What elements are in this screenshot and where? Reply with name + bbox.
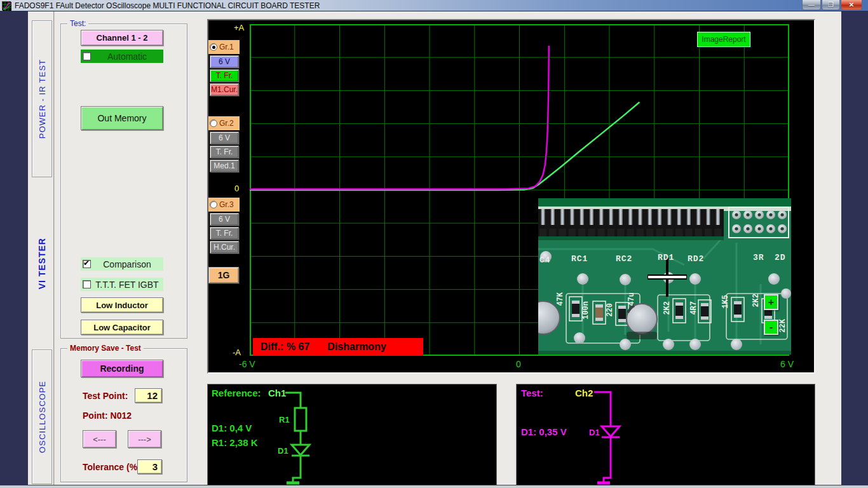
group3-frequency-button[interactable]: T. Fr. [210, 227, 239, 240]
pcb-label-rc2: RC2 [616, 254, 632, 264]
group1-voltage-button[interactable]: 6 V [210, 55, 239, 68]
pcb-comp-4r7: 4R7 [689, 301, 698, 315]
reference-channel: Ch1 [268, 388, 286, 398]
ttt-fet-igbt-label: T.T.T. FET IGBT [91, 280, 163, 290]
group3-voltage-button[interactable]: 6 V [210, 213, 239, 226]
pcb-label-rc1: RC1 [571, 254, 588, 264]
comparison-label: Comparison [91, 259, 163, 269]
app-window: FADOS9F1 FAult Detector OScilloscope MUL… [0, 0, 868, 488]
group1-frequency-button[interactable]: T. Fr. [210, 69, 239, 82]
group2-frequency-button[interactable]: T. Fr. [210, 146, 239, 158]
automatic-label: Automatic [91, 51, 163, 62]
reference-title: Reference: [212, 388, 261, 398]
pcb-comp-100n: 100n [581, 301, 590, 320]
ttt-fet-igbt-checkbox-row[interactable]: T.T.T. FET IGBT [81, 278, 163, 291]
window-bottom-border [0, 485, 868, 488]
automatic-checkbox[interactable] [83, 52, 91, 60]
point-name-label: Point: N012 [83, 410, 132, 421]
diff-status-text: Disharmony [327, 341, 386, 353]
test-point-value[interactable]: 12 [135, 388, 162, 403]
test-d1-value: D1: 0,35 V [521, 426, 567, 437]
pcb-label-2d: 2D [775, 253, 786, 262]
next-point-button[interactable]: ---> [128, 430, 161, 448]
group2-current-button[interactable]: Med.1 [210, 159, 239, 172]
test-d1-label: D1 [589, 428, 600, 437]
close-button[interactable]: ✕ [841, 0, 862, 10]
pcb-label-c4: C4 [539, 255, 551, 265]
ttt-fet-igbt-checkbox[interactable] [83, 280, 91, 288]
test-circuit-panel: D1 Test: Ch2 D1: 0,35 V [516, 384, 815, 485]
reference-circuit-diagram: R1 D1 [208, 384, 496, 485]
image-report-button[interactable]: ImageReport [697, 32, 750, 47]
group3-radio[interactable] [210, 201, 217, 208]
pcb-graphic [538, 198, 791, 355]
previous-point-button[interactable]: <--- [83, 430, 116, 448]
recording-button[interactable]: Recording [81, 360, 163, 377]
x-axis-right-label: 6 V [780, 359, 794, 369]
gain-1g-button[interactable]: 1G [208, 267, 239, 283]
sidebar-divider [53, 11, 55, 488]
group2-radio-row[interactable]: Gr.2 [208, 116, 240, 130]
group2-radio[interactable] [210, 119, 217, 127]
test-title: Test: [521, 388, 543, 398]
reference-d1-value: D1: 0,4 V [212, 423, 252, 433]
pcb-zoom-in-button[interactable]: + [764, 294, 778, 310]
reference-d1-label: D1 [278, 446, 288, 456]
tab-oscilloscope[interactable]: OSCILLOSCOPE [32, 349, 52, 484]
pcb-zoom-out-button[interactable]: - [764, 320, 778, 335]
x-axis-left-label: -6 V [239, 359, 255, 369]
app-icon [2, 1, 11, 10]
pcb-comp-47k: 47K [556, 292, 565, 306]
automatic-checkbox-row[interactable]: Automatic [81, 50, 163, 63]
memory-group-caption: Memory Save - Test [67, 344, 144, 353]
reference-circuit-panel: R1 D1 Reference: Ch1 D1: 0,4 V R1: 2,38 … [207, 384, 497, 485]
test-groupbox: Test: [60, 24, 187, 339]
minimize-button[interactable]: — [802, 0, 821, 10]
test-group-caption: Test: [67, 19, 88, 28]
pcb-label-rd1: RD1 [658, 253, 674, 262]
group1-radio[interactable] [210, 43, 217, 51]
y-axis-bottom-label: -A [233, 348, 241, 357]
pcb-label-rd2: RD2 [688, 254, 704, 264]
y-axis-zero-label: 0 [234, 184, 239, 193]
group3-radio-row[interactable]: Gr.3 [208, 198, 240, 212]
group2-voltage-button[interactable]: 6 V [210, 132, 239, 144]
comparison-checkbox[interactable] [83, 260, 91, 268]
test-channel: Ch2 [575, 388, 593, 398]
reference-r1-value: R1: 2,38 K [212, 437, 258, 448]
pcb-comp-2k2a: 2K2 [663, 301, 672, 315]
difference-banner: Diff.: % 67 Disharmony [253, 338, 423, 356]
window-title: FADOS9F1 FAult Detector OScilloscope MUL… [15, 0, 320, 11]
test-point-label: Test Point: [83, 391, 128, 401]
pcb-comp-47u: 47u [627, 292, 636, 306]
group3-current-button[interactable]: H.Cur. [210, 241, 239, 254]
low-capacitor-button[interactable]: Low Capacitor [81, 320, 163, 335]
group1-radio-row[interactable]: Gr.1 [208, 40, 240, 54]
comparison-checkbox-row[interactable]: Comparison [81, 257, 163, 271]
plot-curves [250, 46, 639, 190]
restore-button[interactable]: ❐ [822, 0, 840, 10]
pcb-comp-220: 220 [606, 303, 614, 317]
group1-current-button[interactable]: M1.Cur. [210, 83, 239, 96]
pcb-board-image[interactable]: C4 RC1 RC2 RD1 RD2 3R 2D 47K 100n 220 47… [538, 198, 791, 355]
title-bar: FADOS9F1 FAult Detector OScilloscope MUL… [0, 0, 868, 11]
channel-1-2-button[interactable]: Channel 1 - 2 [81, 30, 163, 46]
pcb-label-3r: 3R [753, 253, 764, 262]
diff-percent-text: Diff.: % 67 [261, 341, 309, 353]
pcb-comp-1k5: 1K5 [721, 295, 730, 309]
out-memory-button[interactable]: Out Memory [81, 106, 163, 130]
tolerance-label: Tolerance (%) [83, 462, 140, 472]
pcb-comp-2k2b: 2K2 [752, 294, 761, 308]
tolerance-value[interactable]: 3 [137, 459, 162, 474]
pcb-comp-22k: 22K [778, 319, 787, 333]
reference-r1-label: R1 [279, 415, 290, 424]
tab-power-ir-test[interactable]: POWER - IR TEST [32, 20, 52, 177]
x-axis-zero-label: 0 [516, 359, 521, 369]
y-axis-top-label: +A [234, 23, 244, 32]
low-inductor-button[interactable]: Low Inductor [81, 297, 163, 313]
tab-vi-tester[interactable]: VI TESTER [32, 182, 52, 346]
